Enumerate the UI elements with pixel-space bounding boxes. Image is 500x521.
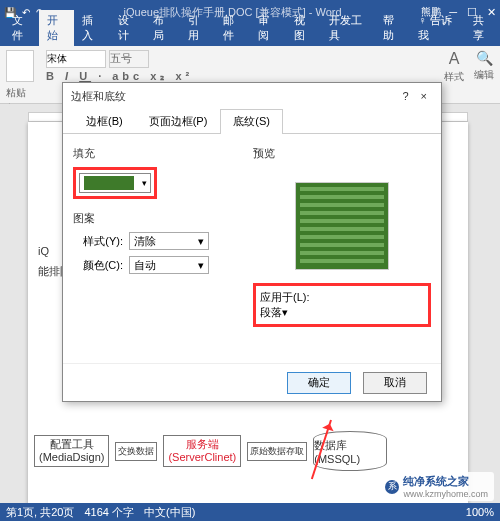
flow-diagram: 配置工具 (MediaDsign) 交换数据 服务端 (ServerClinet… xyxy=(34,423,464,479)
chevron-down-icon: ▾ xyxy=(138,178,150,188)
tab-file[interactable]: 文件 xyxy=(4,10,39,46)
diagram-box-config: 配置工具 (MediaDsign) xyxy=(34,435,109,467)
chevron-down-icon: ▾ xyxy=(198,235,204,248)
tab-design[interactable]: 设计 xyxy=(110,10,145,46)
tab-review[interactable]: 审阅 xyxy=(250,10,285,46)
dialog-help-icon[interactable]: ? xyxy=(396,90,414,102)
apply-highlight: 应用于(L): 段落▾ xyxy=(253,283,431,327)
dialog-close-icon[interactable]: × xyxy=(415,90,433,102)
status-page[interactable]: 第1页, 共20页 xyxy=(6,505,74,520)
dialog-title-text: 边框和底纹 xyxy=(71,89,126,104)
ok-button[interactable]: 确定 xyxy=(287,372,351,394)
share-button[interactable]: 共享 xyxy=(465,10,500,46)
chevron-down-icon: ▾ xyxy=(198,259,204,272)
style-label: 样式(Y): xyxy=(73,234,123,249)
tab-insert[interactable]: 插入 xyxy=(74,10,109,46)
editing-label[interactable]: 编辑 xyxy=(474,68,494,82)
styles-label[interactable]: 样式 xyxy=(444,70,464,84)
paste-label: 粘贴 xyxy=(6,86,36,100)
watermark-brand: 纯净系统之家 xyxy=(403,474,488,489)
font-group: 五号 B I U · abc x₂ x² xyxy=(46,50,193,83)
dialog-tab-borders[interactable]: 边框(B) xyxy=(73,109,136,133)
paste-button[interactable] xyxy=(6,50,34,82)
watermark-url: www.kzmyhome.com xyxy=(403,489,488,499)
diagram-link-1: 交换数据 xyxy=(115,442,157,461)
cancel-button[interactable]: 取消 xyxy=(363,372,427,394)
tab-layout[interactable]: 布局 xyxy=(145,10,180,46)
preview-label: 预览 xyxy=(253,146,431,161)
dialog-tabs: 边框(B) 页面边框(P) 底纹(S) xyxy=(63,109,441,134)
shading-preview xyxy=(296,183,388,269)
watermark: 系 纯净系统之家 www.kzmyhome.com xyxy=(379,472,494,501)
dialog-tab-shading[interactable]: 底纹(S) xyxy=(220,109,283,134)
tell-me[interactable]: ♀ 告诉我 xyxy=(410,10,465,46)
borders-shading-dialog: 边框和底纹 ? × 边框(B) 页面边框(P) 底纹(S) 填充 ▾ 图案 样式… xyxy=(62,82,442,402)
pattern-color-select[interactable]: 自动▾ xyxy=(129,256,209,274)
apply-to-label: 应用于(L): xyxy=(260,290,424,305)
font-name-input[interactable] xyxy=(46,50,106,68)
pattern-section-label: 图案 xyxy=(73,211,243,226)
status-language[interactable]: 中文(中国) xyxy=(144,505,195,520)
chevron-down-icon: ▾ xyxy=(282,306,288,318)
diagram-link-2: 原始数据存取 xyxy=(247,442,307,461)
pattern-style-select[interactable]: 清除▾ xyxy=(129,232,209,250)
fill-section-label: 填充 xyxy=(73,146,243,161)
color-label: 颜色(C): xyxy=(73,258,123,273)
tab-help[interactable]: 帮助 xyxy=(375,10,410,46)
ribbon-tabs: 文件 开始 插入 设计 布局 引用 邮件 审阅 视图 开发工具 帮助 ♀ 告诉我… xyxy=(0,24,500,46)
fill-color-picker[interactable]: ▾ xyxy=(79,173,151,193)
tab-home[interactable]: 开始 xyxy=(39,10,74,46)
diagram-box-server: 服务端 (ServerClinet) xyxy=(163,435,241,467)
status-words[interactable]: 4164 个字 xyxy=(84,505,134,520)
apply-to-select[interactable]: 段落▾ xyxy=(260,305,424,320)
tab-developer[interactable]: 开发工具 xyxy=(321,10,375,46)
dialog-titlebar: 边框和底纹 ? × xyxy=(63,83,441,109)
status-bar: 第1页, 共20页 4164 个字 中文(中国) 100% xyxy=(0,503,500,521)
dialog-tab-page-border[interactable]: 页面边框(P) xyxy=(136,109,221,133)
fill-highlight: ▾ xyxy=(73,167,157,199)
status-zoom[interactable]: 100% xyxy=(466,506,494,518)
tab-view[interactable]: 视图 xyxy=(286,10,321,46)
fill-swatch xyxy=(84,176,134,190)
tab-references[interactable]: 引用 xyxy=(180,10,215,46)
tab-mailings[interactable]: 邮件 xyxy=(215,10,250,46)
watermark-logo-icon: 系 xyxy=(385,480,399,494)
font-size-select[interactable]: 五号 xyxy=(109,50,149,68)
